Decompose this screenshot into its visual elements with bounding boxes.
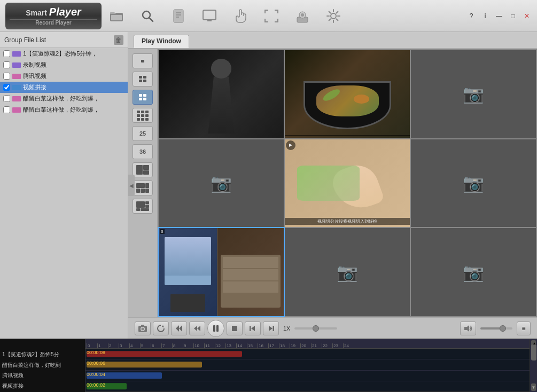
file-icon [12,74,21,79]
video-cell-8[interactable]: 📷 [285,228,410,316]
tab-play-window[interactable]: Play Window [134,35,189,48]
app-title-smart: Smart [26,9,47,17]
minimize-button[interactable]: — [494,12,504,20]
svg-marker-19 [176,325,179,332]
video-subtitle-5: 视频切分片段将视频切入到好拖 [285,218,410,225]
stop-button[interactable] [227,322,243,335]
volume-slider[interactable] [480,327,512,330]
hand-button[interactable] [230,5,251,27]
camera-icon-3: 📷 [463,84,484,104]
svg-rect-25 [232,326,237,331]
video-cell-2[interactable] [285,50,410,138]
ruler-tick-15: 15 [247,343,258,348]
grid-mix1-button[interactable] [133,162,153,177]
file-icon [12,51,21,57]
svg-rect-1 [111,15,122,20]
track-3[interactable]: 00:00:04 [85,371,530,381]
controls-bar: 1X ≡ [128,317,537,339]
video-cell-1[interactable] [159,50,284,138]
item-checkbox[interactable] [3,61,10,68]
replay-button[interactable] [153,322,169,335]
grid-3x3-button[interactable] [133,108,153,123]
file-list: 1【笑道惊魂2】恐怖5分钟， 录制视频 腾讯视频 视频拼接 醋留白菜这样做，好吃 [0,48,128,339]
svg-marker-21 [194,326,197,331]
item-checkbox[interactable] [3,50,10,57]
video-subtitle-2 [285,135,410,136]
video-cell-4[interactable]: 📷 [159,139,284,228]
expand-button[interactable] [261,5,282,27]
video-cell-6[interactable]: 📷 [411,139,536,228]
item-checkbox[interactable] [3,84,10,91]
controls-right: ≡ [460,322,531,335]
list-item[interactable]: 醋留白菜这样做，好吃到爆， [0,104,128,115]
list-item[interactable]: 腾讯视频 [0,70,128,82]
volume-button[interactable] [460,322,476,335]
ruler-tick-9: 9 [183,343,193,348]
audio-settings-button[interactable]: ≡ [517,322,531,335]
ruler-tick-13: 13 [225,343,236,348]
pause-button[interactable] [207,320,224,337]
ruler-tick-18: 18 [279,343,290,348]
file-name: 视频拼接 [23,83,46,91]
grid-1x1-button[interactable] [133,53,153,68]
rewind-button[interactable] [189,322,205,335]
ruler-tick-2: 2 [108,343,119,348]
video-area: 25 36 [128,49,537,317]
svg-rect-26 [250,326,251,331]
info-button[interactable]: i [480,12,490,20]
track-label-3: 腾讯视频 [2,371,83,381]
list-item[interactable]: 录制视频 [0,59,128,70]
track-label-2: 醋留白菜这样做，好吃到 [2,360,83,370]
list-item[interactable]: 视频拼接 [0,82,128,93]
svg-rect-24 [216,325,219,332]
item-checkbox[interactable] [3,95,10,102]
item-checkbox[interactable] [3,106,10,113]
delete-button[interactable]: 🗑 [114,35,123,45]
sidebar-collapse-button[interactable]: ◀ [128,175,135,196]
track-1[interactable]: 00:00:08 [85,349,530,359]
search-button[interactable] [137,5,158,27]
help-button[interactable]: ? [466,12,476,20]
scroll-thumb[interactable] [531,344,536,360]
grid-mix2-button[interactable] [133,181,153,195]
video-cell-3[interactable]: 📷 [411,50,536,138]
next-frame-button[interactable] [263,322,279,335]
file-icon [12,107,21,113]
export-button[interactable] [292,5,313,27]
grid-2x2-split-button[interactable] [133,90,153,105]
grid-mix3-button[interactable] [133,199,153,214]
skip-back-button[interactable] [171,322,187,335]
sidebar: Group File List 🗑 1【笑道惊魂2】恐怖5分钟， 录制视频 腾讯… [0,32,128,339]
list-item[interactable]: 1【笑道惊魂2】恐怖5分钟， [0,48,128,59]
screen-button[interactable] [199,5,220,27]
timeline-scrollbar[interactable]: ▲ ▼ [530,339,537,392]
app-title-record: Record Player [10,19,97,26]
open-file-button[interactable] [106,5,127,27]
svg-point-17 [142,327,144,330]
ruler-tick-0: 0 [87,343,97,348]
track-2[interactable]: 00:00:06 [85,359,530,370]
title-bar-left: Smart Player Record Player [5,3,344,29]
title-bar-controls: ? i — □ ✕ [466,12,532,20]
edit-button[interactable] [168,5,189,27]
camera-icon-8: 📷 [337,262,358,283]
grid-2x2-button[interactable] [133,72,153,87]
maximize-button[interactable]: □ [508,12,518,20]
svg-marker-29 [269,326,273,331]
prev-frame-button[interactable] [245,322,261,335]
track-4[interactable]: 00:00:02 [85,381,530,392]
file-icon [12,62,21,68]
speed-slider[interactable] [294,327,337,330]
video-cell-7[interactable]: S [159,228,284,316]
settings-button[interactable] [323,5,344,27]
grid-36-button[interactable]: 36 [133,144,153,159]
grid-25-button[interactable]: 25 [133,126,153,141]
close-button[interactable]: ✕ [522,12,532,20]
video-cell-9[interactable]: 📷 [411,228,536,316]
snapshot-button[interactable] [135,322,151,335]
video-cell-5[interactable]: 视频切分片段将视频切入到好拖 ▶ [285,139,410,228]
svg-marker-30 [464,325,469,332]
item-checkbox[interactable] [3,73,10,80]
list-item[interactable]: 醋留白菜这样做，好吃到爆， [0,93,128,104]
scroll-down-arrow[interactable]: ▼ [531,383,536,391]
